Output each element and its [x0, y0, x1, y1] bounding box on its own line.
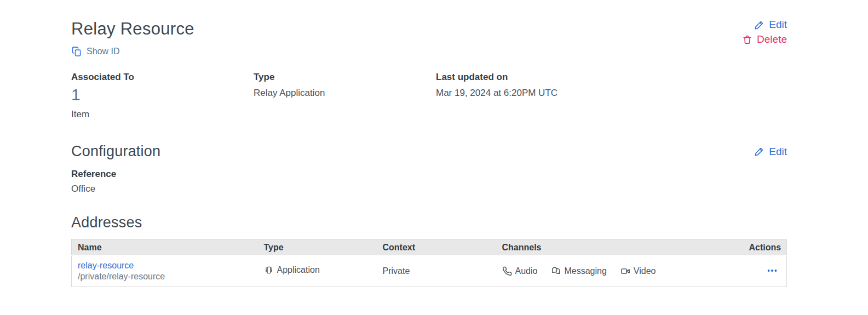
chip-icon — [264, 265, 274, 275]
phone-icon — [502, 266, 512, 276]
reference-label: Reference — [71, 169, 787, 180]
type-value: Relay Application — [254, 87, 436, 99]
chat-bubbles-icon — [551, 266, 561, 276]
title-block: Relay Resource Show ID — [71, 19, 194, 59]
delete-label: Delete — [757, 33, 787, 45]
address-context-cell: Private — [377, 256, 496, 287]
channel-video-label: Video — [634, 266, 656, 276]
show-id-label: Show ID — [87, 47, 119, 56]
show-id-button[interactable]: Show ID — [71, 46, 119, 57]
trash-icon — [742, 35, 752, 45]
column-header-name: Name — [72, 239, 258, 256]
copy-icon — [71, 46, 82, 57]
address-actions-cell — [743, 256, 787, 287]
associated-to-value: 1 — [71, 85, 254, 104]
edit-label: Edit — [769, 19, 787, 31]
delete-resource-button[interactable]: Delete — [742, 33, 787, 45]
meta-type: Type Relay Application — [254, 71, 436, 120]
type-label: Type — [254, 71, 436, 83]
pencil-icon — [754, 20, 764, 30]
addresses-table: Name Type Context Channels Actions relay… — [71, 239, 787, 287]
associated-to-unit: Item — [71, 109, 254, 120]
last-updated-value: Mar 19, 2024 at 6:20PM UTC — [436, 87, 787, 99]
channel-messaging-label: Messaging — [564, 266, 606, 276]
main-content: Relay Resource Show ID — [71, 0, 787, 287]
channel-messaging: Messaging — [551, 266, 606, 276]
address-type-label: Application — [277, 265, 320, 275]
column-header-actions: Actions — [743, 239, 787, 256]
edit-label: Edit — [769, 146, 787, 158]
addresses-section: Addresses Name Type Context Channels Act… — [71, 214, 787, 287]
more-actions-icon — [766, 265, 778, 277]
pencil-icon — [754, 146, 764, 157]
column-header-type: Type — [258, 239, 377, 256]
configuration-heading: Configuration — [71, 143, 160, 160]
channel-audio: Audio — [502, 266, 538, 276]
channel-audio-label: Audio — [515, 266, 538, 276]
video-camera-icon — [620, 266, 630, 276]
more-actions-button[interactable] — [765, 264, 779, 278]
page-title: Relay Resource — [71, 19, 194, 39]
edit-configuration-button[interactable]: Edit — [754, 146, 787, 158]
address-name-cell: relay-resource /private/relay-resource — [72, 256, 258, 287]
channel-video: Video — [620, 266, 656, 276]
address-path: /private/relay-resource — [78, 271, 252, 282]
meta-last-updated: Last updated on Mar 19, 2024 at 6:20PM U… — [436, 71, 787, 120]
column-header-channels: Channels — [496, 239, 743, 256]
associated-to-label: Associated To — [71, 71, 254, 83]
configuration-section: Configuration Edit Reference Office — [71, 143, 787, 194]
header-actions: Edit Delete — [742, 19, 787, 45]
addresses-heading: Addresses — [71, 214, 787, 231]
last-updated-label: Last updated on — [436, 71, 787, 83]
table-header-row: Name Type Context Channels Actions — [72, 239, 787, 256]
column-header-context: Context — [377, 239, 496, 256]
reference-value: Office — [71, 184, 787, 194]
address-channels-cell: Audio Messaging — [496, 256, 743, 287]
address-name-link[interactable]: relay-resource — [78, 260, 252, 271]
page-header: Relay Resource Show ID — [71, 19, 787, 59]
address-type-cell: Application — [258, 256, 377, 287]
meta-associated-to: Associated To 1 Item — [71, 71, 254, 120]
edit-resource-button[interactable]: Edit — [754, 19, 787, 31]
table-row: relay-resource /private/relay-resource — [72, 256, 787, 287]
meta-row: Associated To 1 Item Type Relay Applicat… — [71, 71, 787, 120]
